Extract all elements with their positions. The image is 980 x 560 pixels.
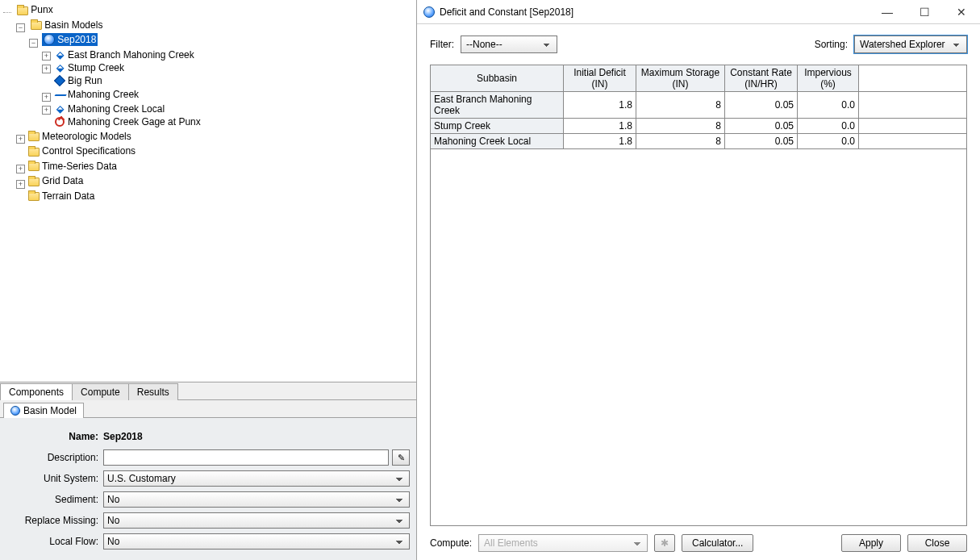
tree-junction[interactable]: Big Run [52,74,104,87]
cell-subbasin[interactable]: Stump Creek [431,119,564,134]
sediment-select[interactable]: No [103,491,410,508]
tree-meteorologic[interactable]: Meteorologic Models [27,130,133,143]
description-input[interactable] [103,449,389,466]
cell-initial-deficit[interactable]: 1.8 [564,134,636,149]
expander-icon[interactable]: + [42,65,51,73]
close-button[interactable]: Close [907,534,967,552]
compute-run-button: ✱ [654,534,675,552]
folder-icon [28,132,40,141]
compute-select: All Elements [478,534,648,552]
basin-model-icon [10,406,20,416]
subbasin-icon: ⬙ [54,62,65,73]
window-titlebar[interactable]: Deficit and Constant [Sep2018] — ☐ ✕ [417,0,980,24]
cell-max-storage[interactable]: 8 [636,119,725,134]
expander-icon[interactable]: + [42,106,51,115]
expander-icon[interactable]: − [29,39,38,48]
apply-button[interactable]: Apply [841,534,901,552]
tree-label: Big Run [68,74,102,87]
tree-control[interactable]: Control Specifications [27,144,137,157]
tree-basin-models[interactable]: Basin Models [29,19,104,31]
subbasin-icon: ⬙ [54,103,65,115]
cell-impervious[interactable]: 0.0 [798,134,859,149]
tree-label: Sep2018 [57,33,96,46]
table-row[interactable]: East Branch Mahoning Creek1.880.050.0 [431,92,967,119]
cell-max-storage[interactable]: 8 [636,134,725,149]
window-title: Deficit and Constant [Sep2018] [440,6,573,18]
expander-icon[interactable]: + [16,135,25,144]
table-row[interactable]: Mahoning Creek Local1.880.050.0 [431,134,967,149]
folder-icon [17,6,28,15]
subbasin-icon: ⬙ [54,49,65,61]
tree-label: Time-Series Data [42,160,117,173]
cell-constant-rate[interactable]: 0.05 [725,92,798,119]
filter-select[interactable]: --None-- [461,36,557,53]
tab-basin-model[interactable]: Basin Model [3,403,84,418]
minimize-icon: — [882,6,893,19]
deficit-constant-table[interactable]: Subbasin Initial Deficit(IN) Maximum Sto… [430,65,967,149]
tree-root[interactable]: Punx [15,3,54,16]
expander-icon[interactable]: + [16,180,25,189]
tree-subbasin[interactable]: ⬙Stump Creek [52,61,126,74]
calculator-button[interactable]: Calculator... [682,534,753,552]
tree-label: Grid Data [42,174,83,187]
col-subbasin[interactable]: Subbasin [431,65,564,92]
cell-constant-rate[interactable]: 0.05 [725,134,798,149]
tab-components[interactable]: Components [0,383,73,400]
cell-impervious[interactable]: 0.0 [798,119,859,134]
folder-icon [31,21,42,30]
expander-icon[interactable]: + [42,52,51,61]
replace-missing-select[interactable]: No [103,512,410,529]
folder-icon [28,148,40,157]
sediment-label: Sediment: [6,494,103,505]
folder-icon [28,162,40,171]
tree-label: Mahoning Creek Local [68,102,165,115]
sorting-select[interactable]: Watershed Explorer [854,36,967,53]
tree-subbasin[interactable]: ⬙Mahoning Creek Local [52,102,166,115]
tab-results[interactable]: Results [128,383,178,400]
cell-constant-rate[interactable]: 0.05 [725,119,798,134]
name-value: Sep2018 [103,431,143,442]
expander-icon[interactable]: + [42,93,51,102]
description-ellipsis-button[interactable]: ✎ [392,449,410,466]
tree-terrain[interactable]: Terrain Data [27,190,96,203]
tab-compute[interactable]: Compute [72,383,129,400]
unit-system-select[interactable]: U.S. Customary [103,470,410,487]
cell-subbasin[interactable]: East Branch Mahoning Creek [431,92,564,119]
watershed-explorer-tree[interactable]: Punx − Basin Models [0,0,416,382]
cell-initial-deficit[interactable]: 1.8 [564,92,636,119]
col-constant-rate[interactable]: Constant Rate(IN/HR) [725,65,798,92]
basin-model-icon [44,34,55,45]
table-empty-area [430,149,967,526]
tree-subbasin[interactable]: ⬙East Branch Mahoning Creek [52,48,196,61]
expander-icon[interactable]: + [16,165,25,173]
tree-label: Mahoning Creek Gage at Punx [68,115,201,128]
tree-label: Stump Creek [68,61,124,74]
cell-subbasin[interactable]: Mahoning Creek Local [431,134,564,149]
cell-initial-deficit[interactable]: 1.8 [564,119,636,134]
tree-reach[interactable]: Mahoning Creek [52,88,140,101]
close-window-button[interactable]: ✕ [943,0,980,24]
maximize-button[interactable]: ☐ [906,0,943,24]
app-icon [423,6,435,18]
tree-timeseries[interactable]: Time-Series Data [27,160,119,173]
table-row[interactable]: Stump Creek1.880.050.0 [431,119,967,134]
maximize-icon: ☐ [920,6,930,19]
tree-label: Terrain Data [42,190,94,203]
minimize-button[interactable]: — [869,0,906,24]
tree-label: Basin Models [44,19,102,31]
sorting-label: Sorting: [815,39,848,50]
local-flow-select[interactable]: No [103,533,410,550]
tree-sink[interactable]: Mahoning Creek Gage at Punx [52,115,202,128]
notes-icon: ✎ [398,453,405,463]
tab-label: Basin Model [23,405,77,416]
cell-impervious[interactable]: 0.0 [798,92,859,119]
tree-griddata[interactable]: Grid Data [27,174,85,187]
bug-icon: ✱ [661,537,669,549]
expander-icon[interactable]: − [16,23,25,32]
tree-label: East Branch Mahoning Creek [68,48,194,61]
col-initial-deficit[interactable]: Initial Deficit(IN) [564,65,636,92]
col-max-storage[interactable]: Maximum Storage(IN) [636,65,725,92]
col-impervious[interactable]: Impervious(%) [798,65,859,92]
cell-max-storage[interactable]: 8 [636,92,725,119]
tree-model-sep2018[interactable]: Sep2018 [42,33,98,46]
